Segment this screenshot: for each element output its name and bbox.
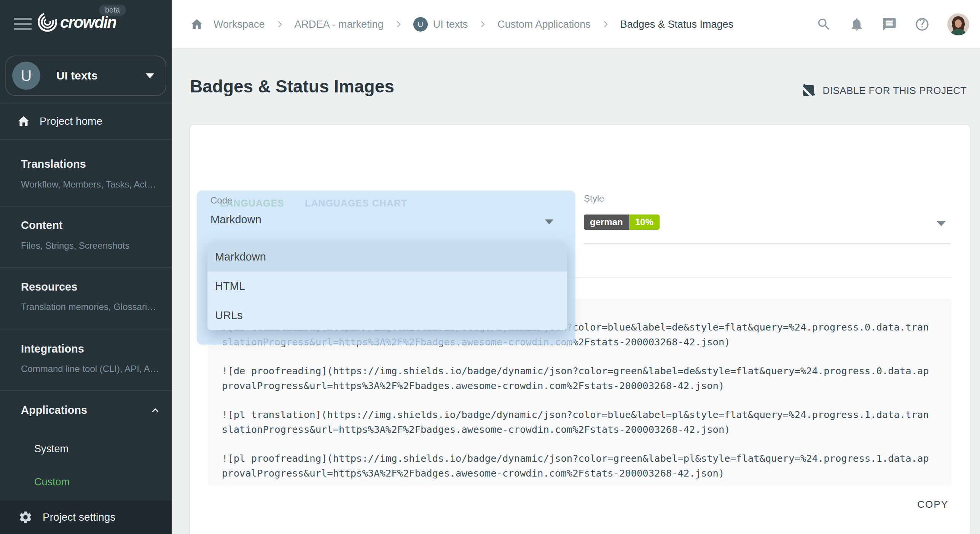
sidebar-item-translations[interactable]: Translations: [21, 158, 86, 170]
dropdown-option-markdown[interactable]: Markdown: [207, 242, 567, 272]
dropdown-option-urls[interactable]: URLs: [207, 301, 567, 330]
badge-language-label: german: [584, 215, 629, 230]
chevron-right-icon: [394, 19, 403, 29]
dropdown-option-html[interactable]: HTML: [207, 272, 567, 301]
sidebar-item-custom[interactable]: Custom: [34, 476, 70, 488]
caret-down-icon[interactable]: [545, 219, 553, 224]
code-entry: ![pl proofreading](https://img.shields.i…: [222, 451, 934, 481]
code-entry: ![de proofreading](https://img.shields.i…: [222, 364, 934, 393]
divider: [0, 139, 172, 140]
sidebar: crowdin beta U UI texts Project home Tra…: [0, 0, 172, 534]
caret-down-icon[interactable]: [937, 221, 946, 226]
topbar-actions: [816, 0, 969, 49]
code-select-label: Code: [210, 195, 232, 206]
help-icon[interactable]: [915, 17, 930, 32]
topbar: Workspace ARDEA - marketing U UI texts C…: [172, 0, 980, 49]
breadcrumb-item-workspace[interactable]: Workspace: [214, 19, 265, 30]
home-icon[interactable]: [190, 17, 204, 31]
sidebar-item-applications[interactable]: Applications: [21, 404, 87, 416]
style-select-label: Style: [584, 193, 604, 204]
user-avatar[interactable]: [947, 13, 969, 35]
breadcrumb-item-project-label: UI texts: [433, 19, 468, 30]
crowdin-logo-icon: [35, 11, 57, 33]
messages-chat-icon[interactable]: [882, 17, 897, 32]
gear-icon: [18, 510, 33, 524]
sidebar-item-resources[interactable]: Resources: [21, 281, 77, 293]
style-select-value[interactable]: german 10%: [584, 215, 660, 230]
project-name: UI texts: [56, 69, 146, 82]
badge-progress-value: 10%: [629, 215, 660, 230]
divider: [0, 390, 172, 391]
sidebar-item-label: Project home: [40, 115, 102, 127]
code-select-value[interactable]: Markdown: [210, 213, 261, 226]
logo-text: crowdin: [60, 13, 116, 32]
sidebar-item-content[interactable]: Content: [21, 219, 63, 232]
breadcrumb-item-current: Badges & Status Images: [620, 19, 733, 30]
disable-icon: [802, 84, 815, 97]
project-selector[interactable]: U UI texts: [5, 56, 166, 96]
breadcrumb-item-project[interactable]: U UI texts: [413, 17, 468, 32]
chevron-up-icon[interactable]: [150, 405, 161, 416]
code-entry: ![pl translation](https://img.shields.io…: [222, 407, 934, 437]
sidebar-item-project-home[interactable]: Project home: [0, 103, 172, 139]
project-initial-badge: U: [413, 17, 428, 32]
breadcrumb-item-custom-applications[interactable]: Custom Applications: [497, 19, 591, 30]
chevron-right-icon: [601, 19, 610, 29]
breadcrumb-item-project-group[interactable]: ARDEA - marketing: [295, 19, 384, 30]
crowdin-app: crowdin beta U UI texts Project home Tra…: [0, 0, 980, 534]
beta-badge: beta: [99, 5, 126, 16]
project-avatar: U: [12, 62, 40, 90]
divider: [0, 267, 172, 268]
chevron-down-icon: [146, 73, 154, 78]
home-icon: [17, 114, 30, 128]
disable-for-project-button[interactable]: DISABLE FOR THIS PROJECT: [802, 84, 967, 97]
sidebar-item-integrations-subtitle: Command line tool (CLI), API, A…: [21, 364, 159, 374]
sidebar-item-resources-subtitle: Translation memories, Glossari…: [21, 302, 156, 312]
project-settings-label: Project settings: [43, 511, 115, 523]
chevron-right-icon: [478, 19, 488, 29]
notifications-bell-icon[interactable]: [849, 17, 864, 32]
sidebar-item-integrations[interactable]: Integrations: [21, 343, 84, 355]
sidebar-item-translations-subtitle: Workflow, Members, Tasks, Act…: [21, 179, 156, 190]
code-select-dropdown: Markdown HTML URLs: [207, 242, 567, 330]
menu-icon[interactable]: [14, 18, 32, 32]
page-title: Badges & Status Images: [190, 76, 394, 97]
breadcrumb: Workspace ARDEA - marketing U UI texts C…: [190, 0, 733, 49]
chevron-right-icon: [275, 19, 285, 29]
sidebar-item-system[interactable]: System: [34, 443, 69, 455]
search-icon[interactable]: [816, 17, 832, 32]
divider: [0, 329, 172, 329]
style-select-underline: [584, 243, 950, 244]
disable-button-label: DISABLE FOR THIS PROJECT: [823, 85, 967, 97]
sidebar-item-content-subtitle: Files, Strings, Screenshots: [21, 240, 129, 251]
copy-button[interactable]: COPY: [917, 499, 948, 510]
sidebar-item-project-settings[interactable]: Project settings: [0, 501, 172, 534]
divider: [0, 206, 172, 207]
